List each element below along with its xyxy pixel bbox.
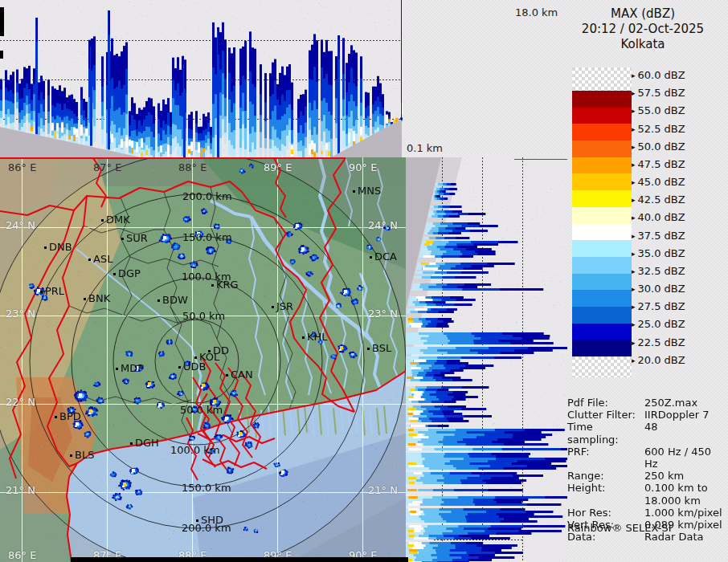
- dbz-band: [572, 91, 632, 108]
- height-axis-origin-label: 0.1 km: [407, 142, 443, 154]
- dbz-scale-label: ▸32.5 dBZ: [632, 265, 726, 278]
- dbz-band: [572, 274, 632, 291]
- scale-tick-arrow-icon: ▸: [632, 303, 636, 311]
- dbz-scale-label: ▸50.0 dBZ: [632, 140, 726, 153]
- scale-tick-arrow-icon: ▸: [632, 196, 636, 204]
- scale-tick-arrow-icon: ▸: [632, 356, 636, 364]
- product-header: MAX (dBZ) 20:12 / 02-Oct-2025 Kolkata: [562, 6, 723, 52]
- dbz-band: [572, 140, 632, 157]
- info-row: Height:0.100 km to: [567, 482, 725, 494]
- scale-tick-arrow-icon: ▸: [632, 107, 636, 115]
- dbz-band: [572, 257, 632, 274]
- dbz-scale-label: ▸22.5 dBZ: [632, 336, 726, 349]
- scale-tick-arrow-icon: ▸: [632, 178, 636, 186]
- below-min-checker: [572, 356, 632, 377]
- info-row: Time sampling:48: [567, 421, 725, 445]
- dbz-scale-label: ▸20.0 dBZ: [632, 354, 726, 367]
- scale-tick-arrow-icon: ▸: [632, 250, 636, 258]
- product-title: MAX (dBZ): [562, 6, 723, 22]
- scale-tick-arrow-icon: ▸: [632, 71, 636, 79]
- dbz-scale-label: ▸57.5 dBZ: [632, 87, 726, 100]
- top-height-profile-panel: [0, 0, 406, 157]
- info-row: PRF:600 Hz / 450 Hz: [567, 446, 725, 470]
- dbz-scale-label: ▸30.0 dBZ: [632, 283, 726, 295]
- dbz-band: [572, 157, 632, 174]
- scale-tick-arrow-icon: ▸: [632, 125, 636, 133]
- info-row: 18.000 km: [567, 495, 725, 507]
- radar-site-name: Kolkata: [562, 37, 723, 52]
- dbz-scale-label: ▸37.5 dBZ: [632, 230, 726, 242]
- dbz-band: [572, 224, 632, 241]
- scale-tick-arrow-icon: ▸: [632, 89, 636, 97]
- scale-tick-arrow-icon: ▸: [632, 214, 636, 222]
- dbz-band: [572, 307, 632, 324]
- dbz-scale-label: ▸60.0 dBZ: [632, 69, 726, 82]
- dbz-band: [572, 108, 632, 124]
- clipped-axis-mark: [0, 51, 3, 59]
- dbz-scale-label: ▸40.0 dBZ: [632, 211, 726, 224]
- scale-tick-arrow-icon: ▸: [632, 161, 636, 169]
- height-axis-max-label: 18.0 km: [515, 6, 558, 18]
- dbz-band: [572, 124, 632, 140]
- bottom-edge-strip: [71, 557, 408, 562]
- scale-tick-arrow-icon: ▸: [632, 267, 636, 275]
- dbz-scale-label: ▸35.0 dBZ: [632, 247, 726, 260]
- dbz-scale-label: ▸27.5 dBZ: [632, 300, 726, 313]
- scale-tick-arrow-icon: ▸: [632, 143, 636, 151]
- dbz-band: [572, 173, 632, 190]
- dbz-scale-label: ▸25.0 dBZ: [632, 318, 726, 331]
- clipped-axis-mark: [0, 7, 4, 36]
- info-row: Pdf File:250Z.max: [567, 397, 725, 409]
- radar-map-panel: [0, 157, 406, 562]
- radar-display: 18.0 km 0.1 km MAX (dBZ) 20:12 / 02-Oct-…: [0, 0, 728, 562]
- info-row: Hor Res:1.000 km/pixel: [567, 507, 725, 519]
- right-height-profile-panel: [406, 157, 567, 562]
- dbz-band: [572, 190, 632, 207]
- scale-tick-arrow-icon: ▸: [632, 339, 636, 347]
- dbz-scale-label: ▸42.5 dBZ: [632, 193, 726, 206]
- dbz-band: [572, 290, 632, 307]
- dbz-band: [572, 324, 632, 340]
- dbz-scale-label: ▸52.5 dBZ: [632, 123, 726, 136]
- dbz-band: [572, 207, 632, 224]
- dbz-scale-label: ▸45.0 dBZ: [632, 176, 726, 189]
- product-timestamp: 20:12 / 02-Oct-2025: [562, 22, 723, 37]
- dbz-scale-label: ▸55.0 dBZ: [632, 104, 726, 117]
- dbz-band: [572, 240, 632, 257]
- info-row: Clutter Filter:IIRDoppler 7: [567, 409, 725, 421]
- software-brand: Rainbow® SELEX-SI: [567, 522, 672, 534]
- scale-tick-arrow-icon: ▸: [632, 285, 636, 293]
- scale-tick-arrow-icon: ▸: [632, 232, 636, 240]
- dbz-band: [572, 340, 632, 356]
- above-max-checker: [572, 67, 632, 91]
- dbz-color-scale: [572, 67, 632, 377]
- scale-tick-arrow-icon: ▸: [632, 320, 636, 328]
- dbz-scale-label: ▸47.5 dBZ: [632, 158, 726, 171]
- info-row: Range:250 km: [567, 470, 725, 482]
